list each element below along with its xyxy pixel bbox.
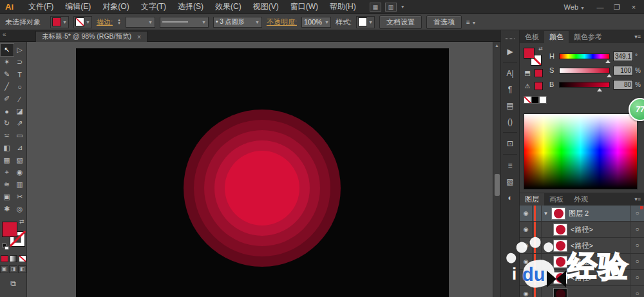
artwork-circle-4[interactable] bbox=[225, 151, 299, 225]
menu-item-4[interactable]: 选择(S) bbox=[172, 0, 209, 14]
draw-normal-button[interactable]: ▣ bbox=[0, 265, 8, 273]
tool-column-graph[interactable]: ▥ bbox=[14, 178, 26, 191]
tool-paintbrush[interactable]: ✐ bbox=[1, 93, 14, 105]
menu-item-7[interactable]: 窗口(W) bbox=[285, 0, 324, 14]
none-swatch[interactable] bbox=[524, 96, 531, 104]
arrange-documents-icon[interactable]: ▦ bbox=[370, 3, 381, 12]
tool-direct-selection[interactable]: ▷ bbox=[14, 44, 26, 56]
toolbox-collapse-icon[interactable]: « bbox=[3, 31, 6, 38]
black-swatch[interactable] bbox=[531, 96, 539, 104]
color-panel-tab-0[interactable]: 色板 bbox=[520, 31, 544, 43]
expand-panels-icon[interactable]: ▶ bbox=[501, 43, 519, 59]
layer-target-icon[interactable]: ○ bbox=[630, 222, 644, 237]
layers-panel-tab-1[interactable]: 画板 bbox=[544, 193, 569, 206]
tool-scale[interactable]: ⇗ bbox=[14, 117, 26, 129]
scroll-up-arrow-icon[interactable]: ▲ bbox=[493, 42, 500, 50]
default-fill-stroke-icon[interactable] bbox=[2, 244, 9, 250]
web-color-cube-icon[interactable]: ⬒ bbox=[524, 70, 531, 77]
stroke-swatch[interactable] bbox=[75, 17, 84, 26]
tool-pen[interactable]: ✎ bbox=[1, 68, 14, 81]
workspace-layout-dropdown-icon[interactable]: ▼ bbox=[401, 5, 405, 9]
stroke-panel-link[interactable]: 描边: bbox=[97, 17, 113, 27]
workspace-layout-icon[interactable]: ▥ bbox=[385, 3, 397, 12]
opentype-panel-icon[interactable]: () bbox=[501, 113, 519, 129]
window-close-button[interactable]: × bbox=[626, 1, 641, 14]
preferences-button[interactable]: 首选项 bbox=[426, 15, 462, 29]
gradient-button[interactable] bbox=[10, 255, 17, 262]
control-panel-menu-icon[interactable]: ≡ ▼ bbox=[466, 19, 477, 26]
slider-marker-S[interactable] bbox=[607, 74, 612, 77]
menu-item-6[interactable]: 视图(V) bbox=[247, 0, 285, 14]
layers-panel-menu-icon[interactable]: ▾≡ bbox=[634, 196, 641, 202]
menu-item-1[interactable]: 编辑(E) bbox=[59, 0, 97, 14]
white-swatch[interactable] bbox=[539, 96, 547, 104]
slider-value-H[interactable]: 349.1 bbox=[613, 52, 633, 61]
gamut-color-swatch[interactable] bbox=[535, 82, 543, 90]
color-button[interactable] bbox=[1, 255, 8, 262]
visibility-eye-icon[interactable]: ◉ bbox=[520, 206, 533, 221]
opacity-panel-link[interactable]: 不透明度: bbox=[267, 17, 297, 27]
stroke-panel-icon[interactable]: ≡ bbox=[501, 157, 519, 173]
slider-track-S[interactable] bbox=[559, 68, 610, 73]
gamut-warning-icon[interactable]: ⚠ bbox=[524, 82, 531, 90]
layer-expand-icon[interactable]: ▼ bbox=[542, 211, 550, 216]
canvas-vertical-scrollbar[interactable]: ▲ bbox=[493, 42, 500, 297]
layer-thumbnail[interactable] bbox=[551, 207, 565, 220]
document-setup-button[interactable]: 文档设置 bbox=[379, 15, 422, 29]
tool-selection[interactable]: ↖ bbox=[1, 44, 14, 56]
stroke-color-combo[interactable]: ▼ bbox=[73, 16, 92, 28]
tool-eraser[interactable]: ◪ bbox=[14, 105, 26, 117]
visibility-eye-icon[interactable]: ◉ bbox=[520, 222, 533, 237]
slider-track-H[interactable] bbox=[559, 53, 610, 59]
tool-eyedropper[interactable]: ⌖ bbox=[1, 166, 14, 178]
none-button[interactable] bbox=[19, 255, 26, 262]
panel-fill-box[interactable] bbox=[524, 48, 535, 59]
tool-pencil[interactable]: ∕ bbox=[14, 93, 26, 105]
tool-slice[interactable]: ✂ bbox=[14, 191, 26, 203]
transparency-panel-icon[interactable]: ◐ bbox=[501, 189, 519, 206]
document-tab[interactable]: 未标题-5* @ 98% (RGB/预览) × bbox=[35, 31, 147, 42]
window-minimize-button[interactable]: — bbox=[592, 1, 608, 14]
tool-rotate[interactable]: ↻ bbox=[1, 117, 14, 129]
slider-track-B[interactable] bbox=[559, 82, 610, 88]
slider-marker-H[interactable] bbox=[605, 60, 611, 63]
tool-type[interactable]: T bbox=[14, 68, 26, 81]
slider-marker-B[interactable] bbox=[597, 88, 602, 91]
tool-magic-wand[interactable]: ✶ bbox=[1, 56, 14, 68]
tool-line-segment[interactable]: ╱ bbox=[1, 81, 14, 93]
gradient-panel-icon[interactable]: ▧ bbox=[501, 173, 519, 189]
menu-item-5[interactable]: 效果(C) bbox=[209, 0, 247, 14]
tool-zoom[interactable]: ◎ bbox=[14, 203, 26, 215]
window-restore-button[interactable]: ❐ bbox=[609, 1, 625, 14]
fill-swatch[interactable] bbox=[52, 17, 61, 26]
tool-lasso[interactable]: ⊃ bbox=[14, 56, 26, 68]
draw-behind-button[interactable]: ◨ bbox=[9, 265, 17, 273]
draw-inside-button[interactable]: ◧ bbox=[18, 265, 26, 273]
color-spectrum[interactable] bbox=[524, 113, 638, 189]
color-panel-menu-icon[interactable]: ▾≡ bbox=[634, 34, 641, 40]
stroke-weight-combo[interactable]: ▼ bbox=[126, 17, 155, 28]
brush-definition-combo[interactable]: • 3 点圆形▼ bbox=[213, 17, 262, 28]
screen-mode-button[interactable]: ⧉ bbox=[8, 279, 19, 289]
transform-panel-icon[interactable]: ⊡ bbox=[501, 135, 519, 151]
tool-blob-brush[interactable]: ● bbox=[1, 105, 14, 117]
tool-hand[interactable]: ✱ bbox=[1, 203, 14, 215]
layer-row-0[interactable]: ◉▼图层 2○ bbox=[520, 206, 644, 222]
slider-value-S[interactable]: 100 bbox=[613, 66, 633, 75]
tool-ellipse[interactable]: ○ bbox=[14, 81, 26, 93]
tool-shape-builder[interactable]: ◧ bbox=[1, 142, 14, 154]
stroke-weight-stepper[interactable]: ▲▼ bbox=[117, 19, 121, 25]
dock-grip[interactable] bbox=[506, 38, 515, 39]
fill-color-box[interactable] bbox=[2, 222, 17, 237]
workspace-switcher[interactable]: Web ▼ bbox=[564, 3, 585, 11]
slider-value-B[interactable]: 80 bbox=[613, 80, 633, 90]
menu-item-8[interactable]: 帮助(H) bbox=[324, 0, 362, 14]
width-profile-combo[interactable]: ▼ bbox=[160, 17, 209, 28]
paragraph-styles-panel-icon[interactable]: ▤ bbox=[501, 97, 519, 113]
tool-mesh[interactable]: ▦ bbox=[1, 154, 14, 166]
color-panel-tab-1[interactable]: 颜色 bbox=[544, 31, 569, 43]
document-tab-close-icon[interactable]: × bbox=[137, 34, 141, 41]
scrollbar-thumb[interactable] bbox=[495, 174, 500, 196]
layers-panel-tab-0[interactable]: 图层 bbox=[520, 193, 544, 206]
tool-blend[interactable]: ◉ bbox=[14, 166, 26, 178]
